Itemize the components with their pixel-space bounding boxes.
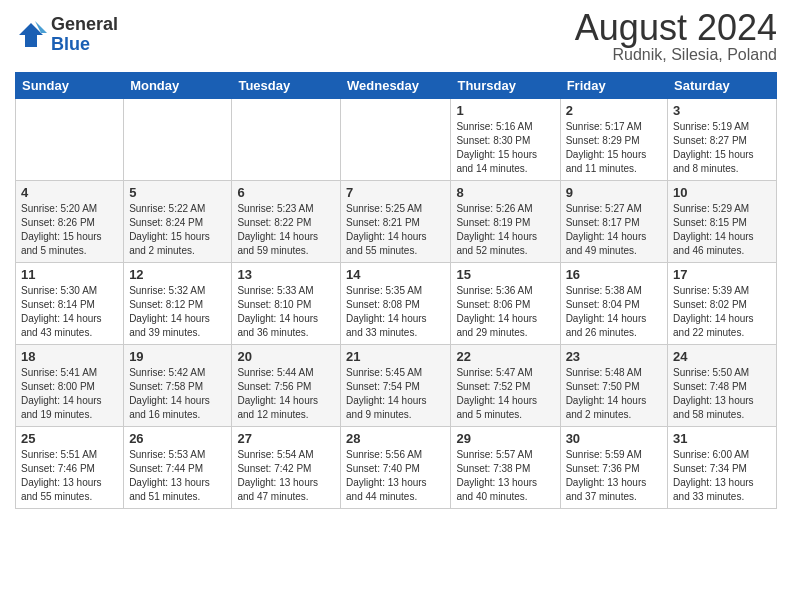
day-number: 20 — [237, 349, 335, 364]
day-info: Sunrise: 5:25 AM Sunset: 8:21 PM Dayligh… — [346, 202, 445, 258]
day-cell: 25Sunrise: 5:51 AM Sunset: 7:46 PM Dayli… — [16, 427, 124, 509]
day-cell: 7Sunrise: 5:25 AM Sunset: 8:21 PM Daylig… — [341, 181, 451, 263]
day-info: Sunrise: 5:17 AM Sunset: 8:29 PM Dayligh… — [566, 120, 662, 176]
day-number: 2 — [566, 103, 662, 118]
header: General Blue August 2024 Rudnik, Silesia… — [15, 10, 777, 64]
day-number: 6 — [237, 185, 335, 200]
day-info: Sunrise: 5:38 AM Sunset: 8:04 PM Dayligh… — [566, 284, 662, 340]
day-number: 12 — [129, 267, 226, 282]
day-number: 16 — [566, 267, 662, 282]
logo-text: General Blue — [51, 15, 118, 55]
day-number: 11 — [21, 267, 118, 282]
day-info: Sunrise: 5:45 AM Sunset: 7:54 PM Dayligh… — [346, 366, 445, 422]
col-header-monday: Monday — [124, 73, 232, 99]
day-number: 21 — [346, 349, 445, 364]
day-info: Sunrise: 5:33 AM Sunset: 8:10 PM Dayligh… — [237, 284, 335, 340]
day-cell: 29Sunrise: 5:57 AM Sunset: 7:38 PM Dayli… — [451, 427, 560, 509]
day-number: 14 — [346, 267, 445, 282]
day-number: 27 — [237, 431, 335, 446]
day-number: 13 — [237, 267, 335, 282]
day-info: Sunrise: 5:30 AM Sunset: 8:14 PM Dayligh… — [21, 284, 118, 340]
day-cell: 4Sunrise: 5:20 AM Sunset: 8:26 PM Daylig… — [16, 181, 124, 263]
day-info: Sunrise: 5:32 AM Sunset: 8:12 PM Dayligh… — [129, 284, 226, 340]
day-number: 31 — [673, 431, 771, 446]
day-info: Sunrise: 5:50 AM Sunset: 7:48 PM Dayligh… — [673, 366, 771, 422]
logo-blue-text: Blue — [51, 35, 118, 55]
day-cell: 28Sunrise: 5:56 AM Sunset: 7:40 PM Dayli… — [341, 427, 451, 509]
day-cell: 30Sunrise: 5:59 AM Sunset: 7:36 PM Dayli… — [560, 427, 667, 509]
day-info: Sunrise: 5:23 AM Sunset: 8:22 PM Dayligh… — [237, 202, 335, 258]
day-cell — [124, 99, 232, 181]
day-info: Sunrise: 5:19 AM Sunset: 8:27 PM Dayligh… — [673, 120, 771, 176]
day-cell — [16, 99, 124, 181]
week-row-1: 1Sunrise: 5:16 AM Sunset: 8:30 PM Daylig… — [16, 99, 777, 181]
day-info: Sunrise: 5:41 AM Sunset: 8:00 PM Dayligh… — [21, 366, 118, 422]
day-cell — [341, 99, 451, 181]
col-header-wednesday: Wednesday — [341, 73, 451, 99]
logo-general-text: General — [51, 15, 118, 35]
col-header-thursday: Thursday — [451, 73, 560, 99]
day-info: Sunrise: 5:47 AM Sunset: 7:52 PM Dayligh… — [456, 366, 554, 422]
day-cell: 11Sunrise: 5:30 AM Sunset: 8:14 PM Dayli… — [16, 263, 124, 345]
day-info: Sunrise: 5:20 AM Sunset: 8:26 PM Dayligh… — [21, 202, 118, 258]
col-header-friday: Friday — [560, 73, 667, 99]
day-number: 15 — [456, 267, 554, 282]
day-cell: 2Sunrise: 5:17 AM Sunset: 8:29 PM Daylig… — [560, 99, 667, 181]
week-row-4: 18Sunrise: 5:41 AM Sunset: 8:00 PM Dayli… — [16, 345, 777, 427]
logo-icon — [15, 19, 47, 51]
col-header-sunday: Sunday — [16, 73, 124, 99]
day-info: Sunrise: 6:00 AM Sunset: 7:34 PM Dayligh… — [673, 448, 771, 504]
day-cell: 5Sunrise: 5:22 AM Sunset: 8:24 PM Daylig… — [124, 181, 232, 263]
day-cell: 3Sunrise: 5:19 AM Sunset: 8:27 PM Daylig… — [668, 99, 777, 181]
col-header-saturday: Saturday — [668, 73, 777, 99]
day-number: 17 — [673, 267, 771, 282]
week-row-5: 25Sunrise: 5:51 AM Sunset: 7:46 PM Dayli… — [16, 427, 777, 509]
day-cell: 16Sunrise: 5:38 AM Sunset: 8:04 PM Dayli… — [560, 263, 667, 345]
logo: General Blue — [15, 15, 118, 55]
day-cell: 6Sunrise: 5:23 AM Sunset: 8:22 PM Daylig… — [232, 181, 341, 263]
day-cell: 18Sunrise: 5:41 AM Sunset: 8:00 PM Dayli… — [16, 345, 124, 427]
day-info: Sunrise: 5:48 AM Sunset: 7:50 PM Dayligh… — [566, 366, 662, 422]
day-cell: 23Sunrise: 5:48 AM Sunset: 7:50 PM Dayli… — [560, 345, 667, 427]
day-cell: 20Sunrise: 5:44 AM Sunset: 7:56 PM Dayli… — [232, 345, 341, 427]
day-cell: 21Sunrise: 5:45 AM Sunset: 7:54 PM Dayli… — [341, 345, 451, 427]
month-title: August 2024 — [575, 10, 777, 46]
day-cell: 10Sunrise: 5:29 AM Sunset: 8:15 PM Dayli… — [668, 181, 777, 263]
day-cell: 26Sunrise: 5:53 AM Sunset: 7:44 PM Dayli… — [124, 427, 232, 509]
day-info: Sunrise: 5:26 AM Sunset: 8:19 PM Dayligh… — [456, 202, 554, 258]
day-number: 22 — [456, 349, 554, 364]
day-info: Sunrise: 5:35 AM Sunset: 8:08 PM Dayligh… — [346, 284, 445, 340]
day-cell: 8Sunrise: 5:26 AM Sunset: 8:19 PM Daylig… — [451, 181, 560, 263]
day-number: 24 — [673, 349, 771, 364]
week-row-2: 4Sunrise: 5:20 AM Sunset: 8:26 PM Daylig… — [16, 181, 777, 263]
day-info: Sunrise: 5:16 AM Sunset: 8:30 PM Dayligh… — [456, 120, 554, 176]
day-number: 18 — [21, 349, 118, 364]
day-number: 23 — [566, 349, 662, 364]
day-number: 25 — [21, 431, 118, 446]
day-number: 3 — [673, 103, 771, 118]
title-section: August 2024 Rudnik, Silesia, Poland — [575, 10, 777, 64]
day-info: Sunrise: 5:59 AM Sunset: 7:36 PM Dayligh… — [566, 448, 662, 504]
day-cell: 1Sunrise: 5:16 AM Sunset: 8:30 PM Daylig… — [451, 99, 560, 181]
day-number: 30 — [566, 431, 662, 446]
day-info: Sunrise: 5:44 AM Sunset: 7:56 PM Dayligh… — [237, 366, 335, 422]
day-cell: 12Sunrise: 5:32 AM Sunset: 8:12 PM Dayli… — [124, 263, 232, 345]
day-number: 5 — [129, 185, 226, 200]
day-cell — [232, 99, 341, 181]
day-number: 1 — [456, 103, 554, 118]
day-number: 19 — [129, 349, 226, 364]
day-cell: 31Sunrise: 6:00 AM Sunset: 7:34 PM Dayli… — [668, 427, 777, 509]
page-container: General Blue August 2024 Rudnik, Silesia… — [0, 0, 792, 519]
location-subtitle: Rudnik, Silesia, Poland — [575, 46, 777, 64]
col-header-tuesday: Tuesday — [232, 73, 341, 99]
day-cell: 9Sunrise: 5:27 AM Sunset: 8:17 PM Daylig… — [560, 181, 667, 263]
day-info: Sunrise: 5:27 AM Sunset: 8:17 PM Dayligh… — [566, 202, 662, 258]
day-info: Sunrise: 5:22 AM Sunset: 8:24 PM Dayligh… — [129, 202, 226, 258]
day-info: Sunrise: 5:29 AM Sunset: 8:15 PM Dayligh… — [673, 202, 771, 258]
day-number: 8 — [456, 185, 554, 200]
day-number: 26 — [129, 431, 226, 446]
day-info: Sunrise: 5:42 AM Sunset: 7:58 PM Dayligh… — [129, 366, 226, 422]
header-row: SundayMondayTuesdayWednesdayThursdayFrid… — [16, 73, 777, 99]
day-info: Sunrise: 5:39 AM Sunset: 8:02 PM Dayligh… — [673, 284, 771, 340]
week-row-3: 11Sunrise: 5:30 AM Sunset: 8:14 PM Dayli… — [16, 263, 777, 345]
